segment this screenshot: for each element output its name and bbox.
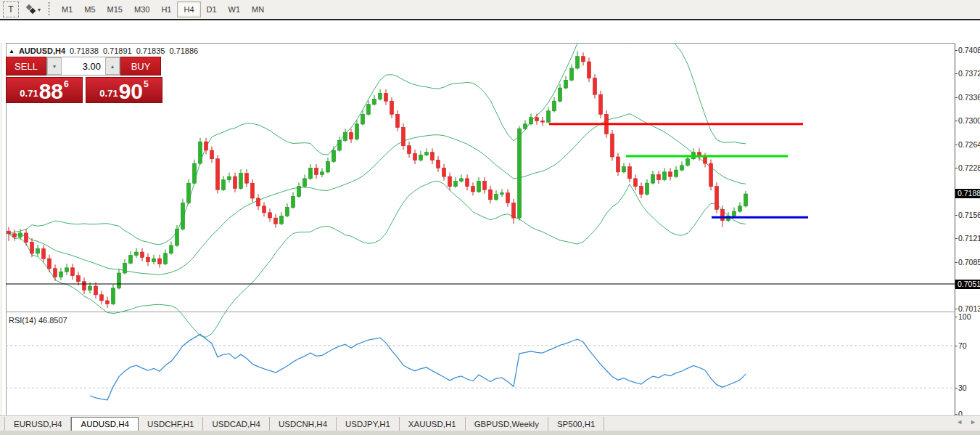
one-click-trade-panel: SELL ▼ 3.00 ▲ BUY 0.71 88 6 0.71 90 5 [6, 57, 165, 103]
price-axis-tick [955, 73, 958, 74]
timeframe-button-m30[interactable]: M30 [128, 1, 155, 17]
tab-xauusd-h1[interactable]: XAUUSD,H1 [400, 417, 466, 431]
timeframe-button-mn[interactable]: MN [246, 1, 270, 17]
tab-audusd-h4[interactable]: AUDUSD,H4 [71, 417, 138, 431]
tab-gbpusd-weekly[interactable]: GBPUSD,Weekly [466, 417, 548, 431]
timeframe-button-h1[interactable]: H1 [155, 1, 177, 17]
ohlc-low: 0.71835 [136, 46, 165, 55]
ohlc-high: 0.71891 [103, 46, 132, 55]
axis-label: 0.73360 [958, 93, 980, 102]
toolbar-separator [48, 2, 50, 17]
volume-value[interactable]: 3.00 [62, 57, 105, 75]
price-axis-tick [955, 346, 958, 346]
axis-label: 70 [958, 341, 967, 350]
axis-label: 30 [958, 383, 967, 392]
chart-tabs: EURUSD,H4AUDUSD,H4USDCHF,H1USDCAD,H4USDC… [4, 417, 604, 431]
sell-price-prefix: 0.71 [20, 88, 38, 99]
terminal-window: T ▾ M1M5M15M30H1H4D1W1MN ▲ AUDUSD,H4 0.7… [0, 0, 980, 435]
text-tool-icon[interactable]: T [3, 1, 19, 17]
timeframe-button-m15[interactable]: M15 [102, 1, 128, 17]
symbol-period-label: AUDUSD,H4 [19, 46, 65, 55]
price-badge: 0.70514 [955, 280, 980, 289]
timeframe-button-group: M1M5M15M30H1H4D1W1MN [56, 1, 270, 17]
sell-price-pip: 6 [64, 79, 69, 89]
chevron-down-icon[interactable]: ▾ [38, 7, 41, 13]
price-axis-tick [955, 121, 958, 121]
axis-label: 0.70850 [958, 258, 980, 267]
tab-usdchf-h1[interactable]: USDCHF,H1 [139, 417, 204, 431]
price-axis-tick [955, 309, 958, 309]
volume-decrease-button[interactable]: ▼ [47, 57, 62, 75]
tab-usdcad-h4[interactable]: USDCAD,H4 [203, 417, 269, 431]
arrows-tool-icon[interactable]: ▾ [25, 1, 41, 17]
axis-label: 0.74080 [958, 46, 980, 54]
volume-increase-button[interactable]: ▲ [105, 57, 120, 75]
price-axis-tick [955, 317, 958, 317]
tab-usdjpy-h1[interactable]: USDJPY,H1 [337, 417, 400, 431]
buy-price-prefix: 0.71 [99, 88, 118, 99]
timeframe-button-m5[interactable]: M5 [78, 1, 101, 17]
price-axis-tick [955, 414, 958, 415]
chart-window: ▲ AUDUSD,H4 0.71838 0.71891 0.71835 0.71… [0, 22, 980, 415]
top-toolbar: T ▾ M1M5M15M30H1H4D1W1MN [0, 0, 980, 20]
price-axis-tick [955, 50, 958, 51]
price-axis-tick [955, 145, 958, 145]
timeframe-button-h4[interactable]: H4 [177, 1, 200, 17]
ohlc-close: 0.71886 [169, 46, 198, 55]
rsi-indicator-label: RSI(14) 46.8507 [9, 316, 70, 325]
window-edge [1, 43, 1, 435]
timeframe-button-w1[interactable]: W1 [223, 1, 247, 17]
axis-label: 100 [958, 312, 971, 321]
tab-sp500-h1[interactable]: SP500,H1 [548, 417, 604, 431]
axis-label: 0.72280 [958, 163, 980, 172]
buy-price-display[interactable]: 0.71 90 5 [86, 77, 162, 103]
axis-label: 0.71560 [958, 211, 980, 219]
price-axis-tick [955, 215, 958, 216]
price-axis[interactable]: 0.740800.737200.733600.730000.726400.722… [955, 43, 980, 419]
bottom-strip [0, 431, 980, 435]
tab-eurusd-h4[interactable]: EURUSD,H4 [4, 417, 71, 431]
timeframe-button-m1[interactable]: M1 [56, 1, 78, 17]
symbol-marker-icon: ▲ [9, 48, 15, 54]
price-badge: 0.71886 [955, 189, 980, 198]
buy-price-pip: 5 [144, 79, 149, 89]
axis-label: 0.73000 [958, 116, 980, 125]
price-axis-tick [955, 97, 958, 98]
sell-button[interactable]: SELL [6, 57, 46, 76]
axis-label: 0.72640 [958, 140, 980, 149]
chart-title: ▲ AUDUSD,H4 0.71838 0.71891 0.71835 0.71… [9, 46, 201, 56]
volume-stepper: ▼ 3.00 ▲ [46, 57, 120, 76]
ohlc-open: 0.71838 [70, 46, 99, 55]
axis-label: 0.71210 [958, 234, 980, 243]
sell-price-display[interactable]: 0.71 88 6 [6, 77, 83, 103]
sell-price-big: 88 [39, 82, 63, 101]
price-axis-tick [955, 388, 958, 389]
tab-scroll-right-icon[interactable]: ► [970, 418, 976, 426]
axis-label: 0.73720 [958, 69, 980, 78]
buy-button[interactable]: BUY [120, 57, 161, 76]
timeframe-button-d1[interactable]: D1 [201, 1, 223, 17]
price-axis-tick [955, 262, 958, 263]
price-axis-tick [955, 238, 958, 239]
tab-usdcnh-h4[interactable]: USDCNH,H4 [270, 417, 337, 431]
buy-price-big: 90 [119, 82, 143, 101]
tab-scroll-left-icon[interactable]: ◄ [956, 418, 963, 426]
price-axis-tick [955, 168, 958, 168]
